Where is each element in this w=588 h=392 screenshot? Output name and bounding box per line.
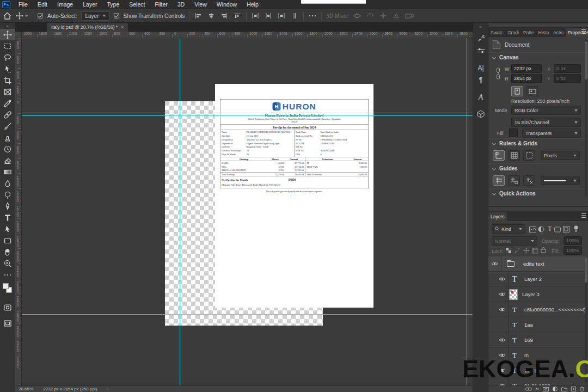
expand-panels-icon[interactable]: » (473, 24, 488, 29)
panel-tab[interactable]: Gradi (505, 28, 521, 37)
auto-select-target-dropdown[interactable]: Layer (81, 11, 109, 21)
pen-tool[interactable] (0, 200, 15, 212)
horizontal-guide[interactable] (22, 115, 473, 116)
layer-row[interactable]: T c8fa0000000...<<<<<<<<0 d (488, 302, 585, 317)
panel-tab[interactable]: Swatc (488, 28, 505, 37)
horizontal-guide[interactable] (22, 113, 473, 113)
filter-type-layers-icon[interactable]: T (546, 225, 554, 232)
move-tool[interactable] (0, 29, 15, 40)
filter-shape-layers-icon[interactable] (554, 225, 561, 233)
layer-row[interactable]: T edite text (488, 256, 585, 272)
landscape-orientation-button[interactable] (526, 86, 538, 96)
vertical-guide[interactable] (180, 38, 180, 385)
glyphs-panel-icon[interactable]: A (473, 91, 488, 103)
show-guides-button[interactable] (493, 175, 505, 186)
home-icon[interactable] (3, 12, 11, 20)
show-transform-checkbox[interactable] (114, 13, 119, 19)
character-panel-icon[interactable]: A| (473, 62, 488, 74)
panel-tab[interactable]: Patte (521, 28, 536, 37)
menu-item[interactable]: View (189, 0, 212, 9)
photoshop-logo-icon[interactable]: Ps (2, 1, 10, 8)
dodge-tool[interactable] (0, 189, 15, 200)
canvas-section-header[interactable]: Canvas (493, 54, 519, 60)
filter-adjustment-layers-icon[interactable] (537, 225, 545, 233)
align-center-horizontal-icon[interactable] (207, 12, 216, 20)
vertical-guide[interactable] (467, 38, 467, 385)
adjustment-layer-icon[interactable] (553, 387, 558, 391)
lock-position-icon[interactable] (522, 247, 530, 254)
layer-visibility-toggle[interactable] (496, 272, 509, 287)
eraser-tool[interactable] (0, 155, 15, 166)
panel-menu-icon[interactable]: ☰ (581, 28, 586, 35)
blur-tool[interactable] (0, 177, 15, 189)
crop-tool[interactable] (0, 75, 15, 86)
filter-toggle-pin-icon[interactable] (572, 225, 580, 232)
menu-item[interactable]: Window (212, 0, 242, 9)
menu-item[interactable]: Image (52, 0, 78, 9)
guide-style-dropdown[interactable] (541, 176, 580, 185)
align-left-icon[interactable] (194, 12, 203, 20)
panel-tab[interactable]: Actio (551, 28, 566, 37)
lock-guides-button[interactable] (508, 175, 520, 186)
hand-tool[interactable] (0, 246, 15, 258)
lock-transparency-icon[interactable] (505, 247, 512, 254)
layer-effects-icon[interactable]: fx (536, 387, 539, 391)
menu-item[interactable]: Filter (150, 0, 172, 9)
layer-row[interactable]: T 1aa (488, 317, 585, 333)
rectangle-shape-tool[interactable] (0, 235, 15, 246)
menu-item[interactable]: 3D (173, 0, 189, 9)
lock-all-icon[interactable] (540, 246, 547, 254)
move-tool-preset[interactable] (16, 12, 28, 20)
fill-swatch[interactable] (509, 128, 518, 137)
distribute-vertical-icon[interactable] (290, 12, 299, 20)
layer-row[interactable]: T 169 (488, 333, 585, 348)
3d-panel-icon[interactable] (473, 108, 488, 120)
toolbar-collapse-icon[interactable]: » (0, 24, 15, 29)
delete-layer-icon[interactable] (580, 387, 584, 391)
layer-visibility-toggle[interactable] (488, 256, 501, 272)
ruler-units-dropdown[interactable]: Pixels (541, 151, 580, 160)
zoom-tool[interactable] (0, 258, 15, 269)
brush-settings-panel-icon[interactable] (473, 33, 488, 45)
fill-dropdown[interactable]: Transparent (522, 128, 581, 138)
horizontal-guide[interactable] (22, 314, 473, 315)
properties-scrollbar[interactable] (585, 39, 587, 197)
layer-visibility-toggle[interactable] (496, 287, 509, 302)
canvas-viewport[interactable]: H HURON Huron Eurasia India Private Limi… (22, 38, 473, 385)
edit-toolbar-icon[interactable] (0, 269, 15, 280)
menu-item[interactable]: File (14, 0, 33, 9)
object-selection-tool[interactable] (0, 63, 15, 75)
distribute-right-icon[interactable] (277, 12, 286, 20)
layer-visibility-toggle[interactable] (496, 317, 509, 333)
lock-pixels-icon[interactable] (513, 247, 521, 254)
quick-actions-section-header[interactable]: Quick Actions (493, 191, 536, 197)
menu-item[interactable]: Type (102, 0, 124, 9)
align-top-icon[interactable] (233, 12, 242, 20)
filter-pixel-layers-icon[interactable] (529, 225, 536, 233)
tool-presets-panel-icon[interactable] (473, 45, 488, 57)
panel-tab[interactable]: Histo (536, 28, 551, 37)
ruler-vertical[interactable]: 8006004002000200400600800100012001400160… (15, 38, 22, 385)
spot-healing-brush-tool[interactable] (0, 109, 15, 120)
width-input[interactable]: 2232 px (511, 64, 542, 73)
type-tool[interactable] (0, 212, 15, 223)
rulers-grids-section-header[interactable]: Rulers & Grids (493, 140, 537, 146)
bit-depth-dropdown[interactable]: 16 Bits/Channel (511, 118, 581, 127)
gradient-tool[interactable] (0, 166, 15, 177)
auto-select-checkbox[interactable] (38, 13, 43, 19)
status-chevron-icon[interactable]: › (107, 387, 108, 391)
history-brush-tool[interactable] (0, 143, 15, 155)
layer-visibility-toggle[interactable] (496, 302, 509, 317)
distribute-center-icon[interactable] (264, 12, 273, 20)
clone-stamp-tool[interactable] (0, 132, 15, 143)
new-group-icon[interactable] (561, 387, 567, 391)
align-right-icon[interactable] (220, 12, 229, 20)
filter-smart-objects-icon[interactable] (562, 225, 570, 233)
color-swatches[interactable] (0, 282, 15, 298)
layer-filter-kind-dropdown[interactable]: Kind (492, 224, 525, 234)
clear-guides-button[interactable] (523, 175, 535, 186)
screen-mode-icon[interactable] (0, 317, 15, 329)
brush-tool[interactable] (0, 120, 15, 132)
grid-toggle-button[interactable] (508, 150, 520, 161)
eyedropper-tool[interactable] (0, 97, 15, 109)
